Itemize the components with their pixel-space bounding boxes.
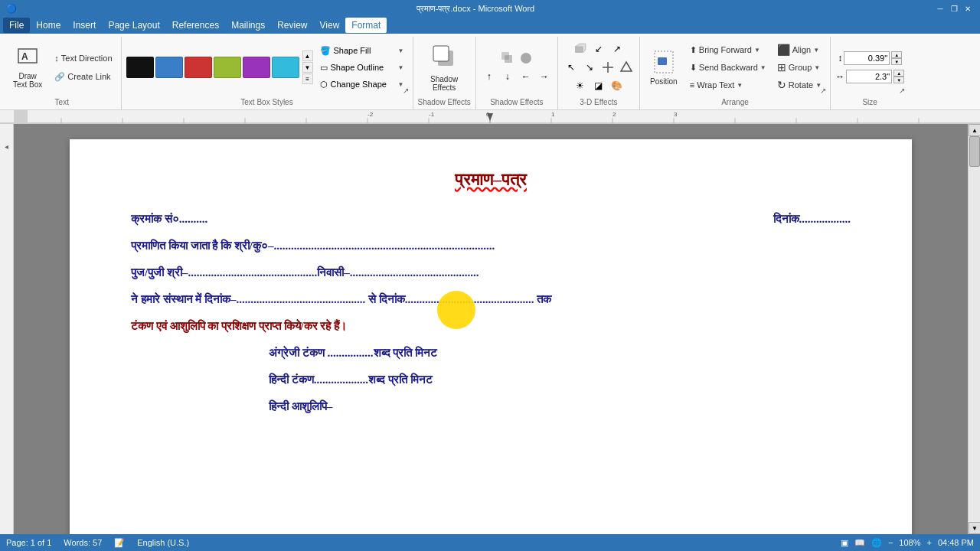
scrollbar-track[interactable] (969, 136, 980, 522)
shadow-right-button[interactable]: → (536, 68, 553, 85)
threed-lighting-button[interactable]: ☀ (572, 77, 589, 94)
threed-color-button[interactable]: 🎨 (609, 77, 626, 94)
create-link-label: Create Link (67, 72, 110, 81)
zoom-in-button[interactable]: + (926, 538, 931, 547)
scroll-up-button[interactable]: ▲ (969, 124, 980, 136)
width-down-button[interactable]: ▼ (893, 77, 904, 83)
shadow-left-button[interactable]: ← (518, 68, 534, 85)
scroll-down-button[interactable]: ▼ (969, 522, 980, 534)
svg-rect-8 (575, 47, 583, 53)
threed-depth-button[interactable] (599, 59, 616, 76)
arrange-content: Position ⬆ Bring Forward ▼ ⬇ Send Backwa… (645, 38, 825, 96)
color-swatch-black[interactable] (126, 57, 154, 78)
textbox-styles-dialog-launcher[interactable]: ↗ (400, 85, 411, 96)
color-swatch-green[interactable] (214, 57, 241, 78)
change-shape-label: Change Shape (331, 80, 387, 89)
threed-tilt-down-button[interactable]: ↙ (590, 41, 607, 57)
menu-item-home[interactable]: Home (30, 18, 67, 33)
threed-row2: ↖ ↘ (563, 59, 635, 76)
restore-button[interactable]: ❐ (948, 3, 960, 14)
text-direction-button[interactable]: ↕ Text Direction (51, 50, 116, 67)
change-shape-button[interactable]: ⬡ Change Shape ▼ (316, 77, 408, 92)
doc-kramank: क्रमांक सं०.......... (131, 213, 207, 226)
shadow-on-off-button[interactable] (499, 50, 516, 67)
close-button[interactable]: ✕ (962, 3, 974, 14)
rotate-label: Rotate (789, 80, 813, 90)
shadow-effects-group-label: Shadow Effects (490, 96, 543, 108)
menu-item-file[interactable]: File (3, 18, 30, 33)
align-button[interactable]: ⬛ Align ▼ (773, 41, 825, 58)
color-scroll-up[interactable]: ▲ (302, 51, 313, 61)
height-input[interactable] (844, 51, 890, 65)
threed-group-label: 3-D Effects (580, 96, 617, 108)
wrap-text-icon: ≡ (690, 80, 694, 90)
color-swatch-red[interactable] (185, 57, 212, 78)
ribbon-group-shadow-btn: ShadowEffects Shadow Effects (413, 37, 476, 109)
bring-forward-button[interactable]: ⬆ Bring Forward ▼ (686, 41, 770, 58)
width-up-button[interactable]: ▲ (893, 70, 904, 77)
svg-rect-13 (658, 57, 667, 65)
color-swatch-blue[interactable] (155, 57, 183, 78)
shape-fill-arrow: ▼ (398, 47, 404, 54)
threed-tilt-right-button[interactable]: ↘ (581, 59, 598, 76)
menu-item-view[interactable]: View (314, 18, 346, 33)
menu-item-format[interactable]: Format (345, 18, 387, 33)
shadow-up-button[interactable]: ↑ (481, 68, 498, 85)
position-button[interactable]: Position (645, 40, 683, 95)
color-swatch-cyan[interactable] (272, 57, 299, 78)
position-label: Position (650, 77, 678, 86)
minimize-button[interactable]: ─ (934, 3, 946, 14)
shadow-effects-button[interactable]: ShadowEffects (421, 40, 467, 95)
doc-scroll-area[interactable]: प्रमाण–पत्र क्रमांक सं०.......... दिनांक… (14, 124, 968, 534)
menu-item-insert[interactable]: Insert (67, 18, 102, 33)
group-icon: ⊞ (777, 61, 786, 73)
threed-row3: ☀ ◪ 🎨 (572, 77, 626, 94)
svg-point-7 (521, 53, 531, 64)
group-label: Group (789, 63, 812, 72)
menu-item-page-layout[interactable]: Page Layout (102, 18, 165, 33)
status-words: Words: 57 (64, 538, 102, 547)
group-button[interactable]: ⊞ Group ▼ (773, 59, 825, 76)
shape-outline-button[interactable]: ▭ Shape Outline ▼ (316, 60, 408, 75)
title-bar-icon: 🔵 (6, 4, 17, 14)
view-normal-icon[interactable]: ▣ (841, 538, 848, 548)
menu-item-references[interactable]: References (166, 18, 225, 33)
view-web-icon[interactable]: 🌐 (871, 538, 882, 548)
width-input[interactable] (846, 70, 892, 83)
height-down-button[interactable]: ▼ (891, 58, 902, 65)
menu-item-review[interactable]: Review (271, 18, 313, 33)
threed-direction-button[interactable] (618, 59, 635, 76)
shape-buttons: 🪣 Shape Fill ▼ ▭ Shape Outline ▼ ⬡ Chang… (316, 43, 408, 92)
threed-content: ↙ ↗ ↖ ↘ ☀ ◪ 🎨 (563, 38, 635, 96)
arrange-dialog-launcher[interactable]: ↗ (818, 85, 828, 96)
shadow-effects-icon (430, 43, 458, 72)
scrollbar-thumb[interactable] (969, 136, 980, 167)
rotate-icon: ↻ (777, 79, 786, 91)
create-link-button[interactable]: 🔗 Create Link (51, 68, 116, 85)
threed-tilt-up-button[interactable]: ↗ (609, 41, 626, 57)
threed-on-off-button[interactable] (572, 41, 589, 57)
text-group-label: Text (55, 96, 69, 108)
menu-item-mailings[interactable]: Mailings (225, 18, 271, 33)
size-dialog-launcher[interactable]: ↗ (897, 85, 907, 96)
color-swatch-purple[interactable] (243, 57, 270, 78)
svg-text:2: 2 (612, 111, 616, 118)
zoom-out-button[interactable]: − (888, 538, 893, 547)
color-scroll-down[interactable]: ▼ (302, 62, 313, 73)
threed-tilt-left-button[interactable]: ↖ (563, 59, 580, 76)
shape-fill-button[interactable]: 🪣 Shape Fill ▼ (316, 43, 408, 58)
view-reader-icon[interactable]: 📖 (854, 538, 865, 548)
shadow-color-button[interactable] (518, 50, 534, 67)
main-area: ◂ प्रमाण–पत्र क्रमांक सं०.......... दिना… (0, 124, 980, 534)
ribbon-group-size: ↕ ▲ ▼ ↔ ▲ ▼ Size ↗ (831, 37, 909, 109)
threed-surface-button[interactable]: ◪ (590, 77, 607, 94)
height-up-button[interactable]: ▲ (891, 51, 902, 58)
send-backward-button[interactable]: ⬇ Send Backward ▼ (686, 59, 770, 76)
bring-forward-label: Bring Forward (699, 45, 752, 54)
draw-text-box-button[interactable]: A DrawText Box (8, 40, 47, 95)
shadow-down-button[interactable]: ↓ (499, 68, 516, 85)
color-more[interactable]: ≡ (302, 73, 313, 84)
doc-line-1: क्रमांक सं०.......... दिनांक............… (131, 213, 851, 226)
wrap-text-button[interactable]: ≡ Wrap Text ▼ (686, 77, 770, 93)
height-spinner: ▲ ▼ (891, 51, 902, 65)
